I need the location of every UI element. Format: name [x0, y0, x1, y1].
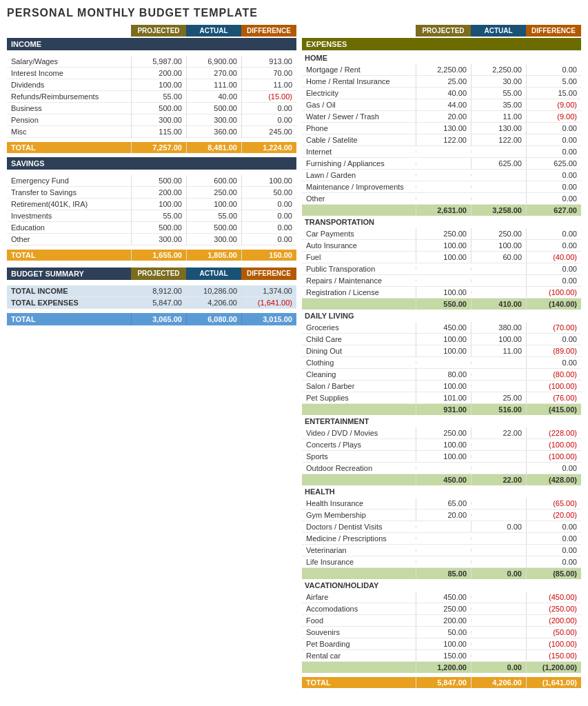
budget-difference-header: DIFFERENCE: [241, 268, 296, 280]
exp-actual-header: ACTUAL: [471, 25, 526, 37]
budget-projected-header: PROJECTED: [131, 268, 186, 280]
income-actual-header: ACTUAL: [186, 25, 241, 37]
exp-fuel: Fuel 100.00 60.00 (40.00): [302, 252, 581, 263]
income-row-misc: Misc 115.00 360.00 245.00: [7, 126, 296, 138]
income-row-pension: Pension 300.00 300.00 0.00: [7, 114, 296, 126]
home-section-title: HOME: [302, 52, 581, 64]
health-section-title: HEALTH: [302, 485, 581, 498]
savings-row-education: Education 500.00 500.00 0.00: [7, 222, 296, 234]
exp-food: Food 200.00 (200.00): [302, 615, 581, 627]
budget-summary-title: BUDGET SUMMARY: [7, 268, 131, 280]
vacation-rows: Airfare 450.00 (450.00) Accomodations 25…: [302, 592, 581, 662]
exp-rental-car: Rental car 150.00 (150.00): [302, 650, 581, 662]
savings-row-investments: Investments 55.00 55.00 0.00: [7, 210, 296, 222]
exp-life-insurance: Life Insurance 0.00: [302, 556, 581, 568]
expenses-header-row: PROJECTED ACTUAL DIFFERENCE: [302, 25, 581, 37]
exp-maintenance: Maintenance / Improvements 0.00: [302, 181, 581, 193]
exp-lawn: Lawn / Garden 0.00: [302, 170, 581, 181]
daily-living-rows: Groceries 450.00 380.00 (70.00) Child Ca…: [302, 322, 581, 404]
exp-video: Video / DVD / Movies 250.00 22.00 (228.0…: [302, 427, 581, 439]
daily-living-total-row: 931.00 516.00 (415.00): [302, 404, 581, 415]
transportation-rows: Car Payments 250.00 250.00 0.00 Auto Ins…: [302, 228, 581, 299]
exp-repairs: Repairs / Maintenance 0.00: [302, 275, 581, 287]
exp-concerts: Concerts / Plays 100.00 (100.00): [302, 439, 581, 451]
vacation-total-row: 1,200.00 0.00 (1,200.00): [302, 662, 581, 673]
savings-row-other: Other 300.00 300.00 0.00: [7, 234, 296, 245]
exp-souvenirs: Souvenirs 50.00 (50.00): [302, 627, 581, 638]
daily-living-section-title: DAILY LIVING: [302, 310, 581, 322]
vacation-section-title: VACATION/HOLIDAY: [302, 579, 581, 592]
exp-airfare: Airfare 450.00 (450.00): [302, 592, 581, 603]
exp-public-transport: Public Transporation 0.00: [302, 263, 581, 275]
exp-auto-insurance: Auto Insurance 100.00 100.00 0.00: [302, 240, 581, 252]
right-column: PROJECTED ACTUAL DIFFERENCE EXPENSES HOM…: [302, 25, 581, 688]
budget-summary-section: BUDGET SUMMARY PROJECTED ACTUAL DIFFEREN…: [7, 268, 296, 325]
exp-sports: Sports 100.00 (100.00): [302, 451, 581, 463]
exp-cable: Cable / Satelite 122.00 122.00 0.00: [302, 134, 581, 146]
exp-childcare: Child Care 100.00 100.00 0.00: [302, 334, 581, 345]
entertainment-rows: Video / DVD / Movies 250.00 22.00 (228.0…: [302, 427, 581, 474]
budget-actual-header: ACTUAL: [186, 268, 241, 280]
exp-clothing: Clothing 0.00: [302, 357, 581, 369]
exp-outdoor: Outdoor Recreation 0.00: [302, 463, 581, 474]
exp-registration: Registration / License 100.00 (100.00): [302, 287, 581, 299]
savings-row-retirement: Retirement(401K, IRA) 100.00 100.00 0.00: [7, 199, 296, 210]
exp-phone: Phone 130.00 130.00 0.00: [302, 123, 581, 134]
exp-water: Water / Sewer / Trash 20.00 11.00 (9.00): [302, 111, 581, 123]
income-row-dividends: Dividends 100.00 111.00 11.00: [7, 79, 296, 91]
entertainment-section-title: ENTERTAINMENT: [302, 415, 581, 427]
entertainment-total-row: 450.00 22.00 (428.00): [302, 474, 581, 485]
savings-row-emergency: Emergency Fund 500.00 600.00 100.00: [7, 175, 296, 187]
exp-home-other: Other 0.00: [302, 193, 581, 205]
exp-gas: Gas / Oil 44.00 35.00 (9.00): [302, 99, 581, 111]
budget-total-expenses-row: TOTAL EXPENSES 5,847.00 4,206.00 (1,641.…: [7, 297, 296, 309]
savings-rows: Emergency Fund 500.00 600.00 100.00 Tran…: [7, 175, 296, 245]
income-rows: Salary/Wages 5,987.00 6,900.00 913.00 In…: [7, 56, 296, 138]
exp-dining: Dining Out 100.00 11.00 (89.00): [302, 345, 581, 357]
exp-internet: Internet 0.00: [302, 146, 581, 158]
transportation-total-row: 550.00 410.00 (140.00): [302, 299, 581, 310]
exp-car-payments: Car Payments 250.00 250.00 0.00: [302, 228, 581, 240]
transportation-section-title: TRANSPORTATION: [302, 216, 581, 228]
exp-doctors: Doctors / Dentist Visits 0.00 0.00: [302, 521, 581, 533]
savings-section-title: SAVINGS: [7, 157, 296, 170]
exp-mortgage: Mortgage / Rent 2,250.00 2,250.00 0.00: [302, 64, 581, 76]
exp-furnishing: Furnishing / Appliances 625.00 625.00: [302, 158, 581, 170]
income-total-row: TOTAL 7,257.00 8,481.00 1,224.00: [7, 142, 296, 153]
health-total-row: 85.00 0.00 (85.00): [302, 568, 581, 579]
exp-electricity: Electricity 40.00 55.00 15.00: [302, 88, 581, 99]
budget-total-row: TOTAL 3,065.00 6,080.00 3,015.00: [7, 313, 296, 325]
exp-groceries: Groceries 450.00 380.00 (70.00): [302, 322, 581, 334]
income-section-title: INCOME: [7, 38, 296, 50]
income-row-refunds: Refunds/Reimbursements 55.00 40.00 (15.0…: [7, 91, 296, 103]
budget-summary-header-row: BUDGET SUMMARY PROJECTED ACTUAL DIFFEREN…: [7, 268, 296, 280]
savings-row-transfer: Transfer to Savings 200.00 250.00 50.00: [7, 187, 296, 199]
exp-health-insurance: Health Insurance 65.00 (65.00): [302, 498, 581, 510]
income-row-salary: Salary/Wages 5,987.00 6,900.00 913.00: [7, 56, 296, 68]
exp-home-insurance: Home / Rental Insurance 25.00 30.00 5.00: [302, 76, 581, 88]
income-row-business: Business 500.00 500.00 0.00: [7, 103, 296, 114]
home-total-row: 2,631.00 3,258.00 627.00: [302, 205, 581, 216]
exp-difference-header: DIFFERENCE: [526, 25, 581, 37]
exp-vet: Veterinarian 0.00: [302, 545, 581, 556]
income-difference-header: DIFFERENCE: [241, 25, 296, 37]
exp-pet-supplies: Pet Supplies 101.00 25.00 (76.00): [302, 392, 581, 404]
exp-projected-header: PROJECTED: [416, 25, 471, 37]
page-title: PERSONAL MONTHLY BUDGET TEMPLATE: [7, 7, 581, 19]
home-rows: Mortgage / Rent 2,250.00 2,250.00 0.00 H…: [302, 64, 581, 205]
exp-medicine: Medicine / Prescriptions 0.00: [302, 533, 581, 545]
income-row-interest: Interest Income 200.00 270.00 70.00: [7, 68, 296, 79]
expenses-section-title: EXPENSES: [302, 38, 581, 50]
exp-pet-boarding: Pet Boarding 100.00 (100.00): [302, 638, 581, 650]
exp-gym: Gym Membership 20.00 (20.00): [302, 510, 581, 521]
savings-total-row: TOTAL 1,655.00 1,805.00 150.00: [7, 250, 296, 261]
exp-cleaning: Cleaning 80.00 (80.00): [302, 369, 581, 381]
exp-accommodations: Accomodations 250.00 (250.00): [302, 603, 581, 615]
health-rows: Health Insurance 65.00 (65.00) Gym Membe…: [302, 498, 581, 568]
exp-salon: Salon / Barber 100.00 (100.00): [302, 381, 581, 392]
budget-total-income-row: TOTAL INCOME 8,912.00 10,286.00 1,374.00: [7, 285, 296, 297]
left-column: PROJECTED ACTUAL DIFFERENCE INCOME Salar…: [7, 25, 296, 688]
expenses-grand-total-row: TOTAL 5,847.00 4,206.00 (1,641.00): [302, 677, 581, 688]
income-header-row: PROJECTED ACTUAL DIFFERENCE: [7, 25, 296, 37]
income-projected-header: PROJECTED: [131, 25, 186, 37]
